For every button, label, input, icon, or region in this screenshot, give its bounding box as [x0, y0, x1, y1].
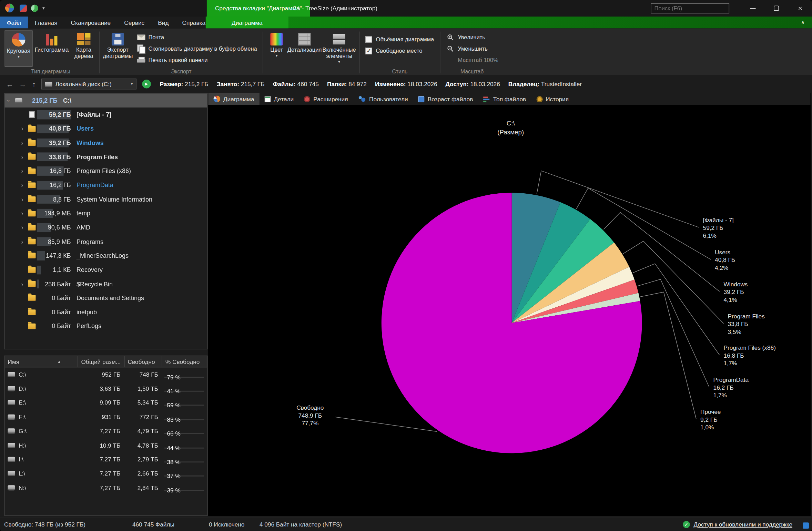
treemap-button[interactable]: Карта дерева [71, 30, 97, 67]
free-space-label: Свободное место [376, 48, 423, 54]
item-name: AMD [77, 224, 90, 231]
folder-icon [28, 324, 35, 329]
updates-link[interactable]: ✓ Доступ к обновлениям и поддержке [683, 521, 792, 528]
expand-chevron-icon[interactable]: › [18, 139, 26, 146]
tab-history[interactable]: История [531, 93, 574, 105]
search-input[interactable] [654, 5, 728, 11]
context-band [206, 17, 812, 28]
tree-item[interactable]: 0 БайтPerfLogs [4, 319, 207, 333]
tab-pie[interactable]: Диаграмма [208, 93, 259, 105]
menu-tab-5[interactable]: Вид [151, 17, 175, 28]
tree-item[interactable]: 1,1 КБRecovery [4, 263, 207, 277]
expand-chevron-icon[interactable]: › [18, 125, 26, 132]
qat-dropdown-chevron-icon[interactable]: ▾ [42, 0, 45, 17]
menu-tab-3[interactable]: Сканирование [64, 17, 118, 28]
drive-row[interactable]: H:\10,9 ТБ4,78 ТБ44 % [4, 438, 207, 452]
top-icon [483, 96, 490, 102]
column-header-4[interactable]: % Свободно [162, 356, 207, 367]
zoom-in-button[interactable]: Увеличить [443, 31, 501, 43]
copy-chart-button[interactable]: Скопировать диаграмму в буфер обмена [133, 43, 260, 54]
scan-stat-6: Доступ: 18.03.2026 [446, 81, 500, 87]
color-button[interactable]: Цвет ▾ [266, 30, 287, 67]
mail-label: Почта [148, 34, 164, 40]
maximize-button[interactable] [764, 0, 788, 17]
tree-item[interactable]: 0 БайтDocuments and Settings [4, 291, 207, 305]
expand-chevron-icon[interactable]: › [18, 196, 26, 203]
column-header-2[interactable]: Общий разм... [78, 356, 124, 367]
menu-tab-4[interactable]: Сервис [118, 17, 151, 28]
drive-row[interactable]: L:\7,27 ТБ2,66 ТБ37 % [4, 467, 207, 481]
column-header-1[interactable]: Имя▲ [4, 356, 78, 367]
tree-item[interactable]: 147,3 КБ_MinerSearchLogs [4, 249, 207, 263]
drive-row[interactable]: C:\952 ГБ748 ГБ79 % [4, 367, 207, 381]
tree-root-row[interactable]: › 215,2 ГБ C:\ [4, 93, 207, 108]
tree-item[interactable]: ›39,2 ГБWindows [4, 136, 207, 150]
drive-row[interactable]: G:\7,27 ТБ4,79 ТБ66 % [4, 424, 207, 438]
expand-chevron-icon[interactable]: › [18, 167, 26, 175]
checkbox-checked[interactable]: ✓ [366, 47, 372, 54]
drive-free: 772 ГБ [124, 414, 162, 420]
chart-title: C:\(Размер) [497, 120, 524, 135]
collapse-ribbon-icon[interactable]: ∧ [801, 17, 805, 28]
column-header-3[interactable]: Свободно [124, 356, 162, 367]
export-chart-button[interactable]: Экспорт диаграммы [102, 30, 133, 67]
collapse-chevron-icon[interactable]: › [5, 96, 12, 105]
expand-chevron-icon[interactable]: › [18, 210, 26, 217]
tree-item[interactable]: ›16,8 ГБProgram Files (x86) [4, 164, 207, 178]
tab-label: Топ файлов [493, 96, 526, 102]
qat-icon-1[interactable] [20, 4, 27, 12]
menu-tab-1[interactable]: Файл [0, 17, 28, 28]
checkbox-unchecked[interactable] [366, 36, 372, 42]
close-button[interactable]: × [788, 0, 812, 17]
item-size: 16,2 ГБ [50, 182, 72, 189]
tab-table[interactable]: Детали [260, 93, 299, 105]
mail-button[interactable]: Почта [133, 31, 260, 43]
expand-chevron-icon[interactable]: › [18, 153, 26, 161]
volume-chart-checkbox-row[interactable]: Объёмная диаграмма [363, 33, 437, 45]
pie-chart-type-button[interactable]: Круговая ▾ [4, 30, 32, 67]
drive-total: 9,09 ТБ [78, 400, 124, 406]
up-button[interactable]: ↑ [32, 80, 35, 88]
tree-item[interactable]: ›40,8 ГБUsers [4, 122, 207, 136]
tree-item[interactable]: ›90,6 МБAMD [4, 221, 207, 235]
expand-chevron-icon[interactable]: › [18, 224, 26, 231]
tab-top[interactable]: Топ файлов [478, 93, 531, 105]
expand-chevron-icon[interactable]: › [18, 182, 26, 189]
drive-row[interactable]: I:\7,27 ТБ2,79 ТБ38 % [4, 452, 207, 467]
expand-chevron-icon[interactable]: › [18, 238, 26, 245]
tree-item[interactable]: ›258 Байт$Recycle.Bin [4, 277, 207, 291]
tree-item[interactable]: ›85,9 МБPrograms [4, 235, 207, 249]
tab-age[interactable]: Возраст файлов [413, 93, 478, 105]
print-panel-button[interactable]: Печать правой панели [133, 54, 260, 65]
minimize-button[interactable] [741, 0, 764, 17]
tree-item[interactable]: 59,2 ГБ[Файлы - 7] [4, 108, 207, 122]
tab-label: Возраст файлов [428, 96, 473, 102]
expand-chevron-icon[interactable]: › [18, 280, 26, 288]
search-box[interactable] [651, 3, 729, 13]
detail-level-button[interactable]: Детализация [287, 30, 322, 67]
histogram-button[interactable]: Гистограмма [32, 30, 71, 67]
zoom-out-button[interactable]: Уменьшить [443, 43, 501, 54]
tab-diagram[interactable]: Диаграмма [206, 17, 288, 28]
tree-item[interactable]: ›33,8 ГБProgram Files [4, 150, 207, 164]
drive-selector-dropdown[interactable]: Локальный диск (C:) ▾ [41, 79, 136, 89]
drive-row[interactable]: E:\9,09 ТБ5,34 ТБ59 % [4, 396, 207, 410]
tree-item[interactable]: ›8,8 ГБSystem Volume Information [4, 192, 207, 206]
drive-row[interactable]: D:\3,63 ТБ1,50 ТБ41 % [4, 381, 207, 396]
drive-row[interactable]: F:\931 ГБ772 ГБ83 % [4, 410, 207, 424]
tab-users[interactable]: Пользователи [353, 93, 413, 105]
tab-ext[interactable]: Расширения [299, 93, 353, 105]
drive-row[interactable]: N:\7,27 ТБ2,84 ТБ39 % [4, 481, 207, 495]
tree-item[interactable]: 0 Байтinetpub [4, 305, 207, 319]
menu-tab-2[interactable]: Главная [28, 17, 64, 28]
tree-item[interactable]: ›194,9 МБtemp [4, 206, 207, 221]
start-scan-button[interactable]: ▶ [142, 80, 151, 88]
forward-button[interactable]: → [19, 80, 26, 88]
back-button[interactable]: ← [6, 80, 13, 88]
free-space-checkbox-row[interactable]: ✓ Свободное место [363, 45, 437, 56]
included-elements-button[interactable]: Включённые элементы ▾ [322, 30, 357, 67]
slice-label: Program Files33,8 ГБ3,5% [728, 313, 765, 335]
tree-item[interactable]: ›16,2 ГБProgramData [4, 178, 207, 192]
qat-icon-2[interactable] [31, 4, 38, 12]
item-name: Documents and Settings [77, 295, 144, 302]
